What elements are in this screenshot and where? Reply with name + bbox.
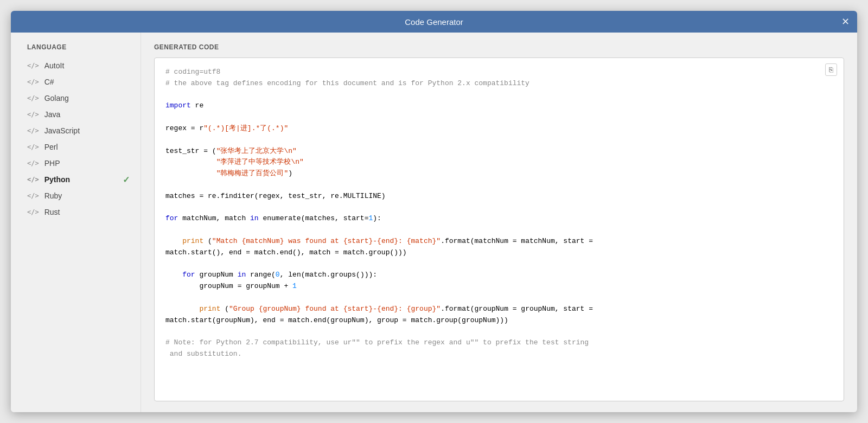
code-bracket-icon: </> <box>27 94 39 102</box>
main-window: Code Generator ✕ LANGUAGE </>AutoIt</>C#… <box>11 11 857 412</box>
language-label: AutoIt <box>44 61 65 70</box>
sidebar-item-csharp[interactable]: </>C# <box>11 74 141 90</box>
sidebar: LANGUAGE </>AutoIt</>C#</>Golang</>Java<… <box>11 33 141 412</box>
code-bracket-icon: </> <box>27 62 39 69</box>
sidebar-item-javascript[interactable]: </>JavaScript <box>11 123 141 139</box>
sidebar-item-golang[interactable]: </>Golang <box>11 90 141 106</box>
code-bracket-icon: </> <box>27 159 39 167</box>
sidebar-item-autoit[interactable]: </>AutoIt <box>11 57 141 74</box>
language-label: C# <box>44 78 54 86</box>
window-title: Code Generator <box>405 17 463 27</box>
language-label: Java <box>44 110 61 119</box>
code-bracket-icon: </> <box>27 143 39 151</box>
language-label: Ruby <box>44 191 62 200</box>
content-area: LANGUAGE </>AutoIt</>C#</>Golang</>Java<… <box>11 33 857 412</box>
language-label: Rust <box>44 208 60 216</box>
code-bracket-icon: </> <box>27 192 39 200</box>
code-bracket-icon: </> <box>27 111 39 118</box>
sidebar-item-php[interactable]: </>PHP <box>11 155 141 171</box>
code-bracket-icon: </> <box>27 127 39 134</box>
language-label: Golang <box>44 94 69 102</box>
code-box: ⎘ # coding=utf8 # the above tag defines … <box>154 57 844 401</box>
sidebar-item-python[interactable]: </>Python✓ <box>11 171 141 188</box>
titlebar: Code Generator ✕ <box>11 11 857 33</box>
sidebar-item-java[interactable]: </>Java <box>11 106 141 123</box>
active-check-icon: ✓ <box>123 175 130 185</box>
copy-button[interactable]: ⎘ <box>825 63 837 76</box>
language-list: </>AutoIt</>C#</>Golang</>Java</>JavaScr… <box>11 57 141 220</box>
language-label: Perl <box>44 143 58 151</box>
main-panel: GENERATED CODE ⎘ # coding=utf8 # the abo… <box>141 33 857 412</box>
sidebar-item-perl[interactable]: </>Perl <box>11 139 141 155</box>
language-label: PHP <box>44 159 60 168</box>
sidebar-item-rust[interactable]: </>Rust <box>11 204 141 220</box>
close-button[interactable]: ✕ <box>841 17 850 27</box>
sidebar-item-ruby[interactable]: </>Ruby <box>11 188 141 204</box>
code-content: # coding=utf8 # the above tag defines en… <box>165 67 833 360</box>
language-label: JavaScript <box>44 126 80 135</box>
sidebar-header: LANGUAGE <box>11 43 141 57</box>
code-bracket-icon: </> <box>27 208 39 216</box>
language-label: Python <box>44 175 70 184</box>
main-header: GENERATED CODE <box>154 43 844 51</box>
code-bracket-icon: </> <box>27 78 39 86</box>
code-bracket-icon: </> <box>27 176 39 183</box>
